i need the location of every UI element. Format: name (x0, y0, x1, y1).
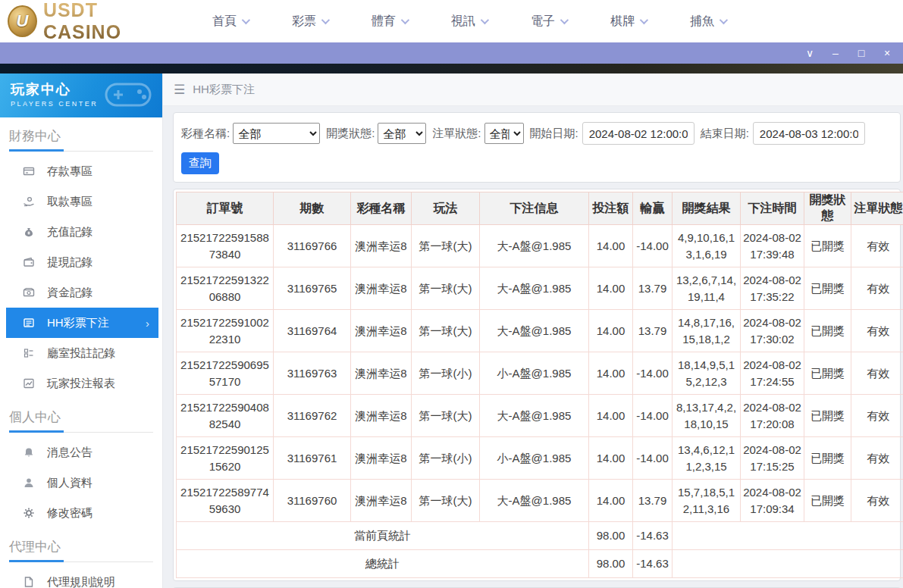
draw-status-select[interactable]: 全部 (378, 123, 426, 144)
table-cell: 31169764 (274, 310, 351, 352)
nav-item-sports[interactable]: 體育 (372, 14, 407, 30)
sidebar-item-agent-rules[interactable]: 代理規則說明 (0, 567, 162, 588)
table-cell: 第一球(小) (412, 437, 480, 480)
sidebar-item-player-bet-report[interactable]: 玩家投注報表 (0, 368, 162, 399)
sidebar-item-funds-record[interactable]: 資金記錄 (0, 277, 162, 308)
nav-item-boardgames[interactable]: 棋牌 (610, 14, 646, 30)
grand-total-bet: 98.00 (589, 550, 633, 578)
nav-item-live[interactable]: 視訊 (451, 14, 487, 30)
table-cell: 澳洲幸运8 (351, 437, 412, 480)
chevron-down-icon (481, 16, 489, 24)
table-cell: 第一球(大) (412, 480, 480, 522)
order-status-select[interactable]: 全部 (484, 123, 524, 144)
table-cell: 第一球(大) (412, 395, 480, 437)
nav-item-slots[interactable]: 電子 (531, 14, 566, 30)
table-cell: 2152172259132206880 (177, 267, 274, 310)
ticket-list-icon (23, 317, 35, 329)
table-row: 215217225915887384031169766澳洲幸运8第一球(大)大-… (177, 225, 903, 267)
table-cell: 14.00 (589, 352, 633, 395)
table-cell: 2152172259040882540 (177, 395, 274, 437)
sidebar-item-change-password[interactable]: 修改密碼 (0, 498, 162, 528)
section-divider (9, 149, 153, 152)
nav-item-home[interactable]: 首頁 (212, 14, 248, 30)
nav-label: 視訊 (451, 14, 475, 30)
main-navigation: 首頁 彩票 體育 視訊 電子 棋牌 捕魚 (212, 14, 726, 30)
sidebar-item-label: HH彩票下注 (47, 316, 109, 330)
sidebar-item-announcements[interactable]: 消息公告 (0, 437, 162, 468)
start-date-label: 開始日期: (530, 127, 578, 141)
table-cell: 已開獎 (804, 480, 851, 522)
grand-total-label: 總統計 (177, 550, 589, 578)
window-collapse-icon[interactable]: ∨ (804, 48, 815, 58)
sidebar-item-label: 存款專區 (47, 164, 92, 179)
table-cell: 已開獎 (804, 395, 851, 437)
page-title: HH彩票下注 (193, 83, 255, 97)
lottery-name-select[interactable]: 全部 (233, 123, 320, 144)
chevron-down-icon (560, 16, 569, 24)
start-date-input[interactable] (582, 122, 694, 145)
table-cell: 有效 (851, 225, 903, 267)
table-cell: 31169766 (274, 225, 351, 267)
nav-item-fishing[interactable]: 捕魚 (690, 14, 726, 30)
chevron-right-icon: › (146, 317, 149, 330)
current-page-stats-label: 當前頁統計 (177, 522, 589, 550)
section-title: 代理中心 (9, 538, 153, 555)
end-date-label: 結束日期: (701, 127, 749, 141)
table-cell: 有效 (851, 437, 903, 480)
empty-cell (673, 550, 903, 578)
nav-item-lottery[interactable]: 彩票 (292, 14, 328, 30)
grand-total-stats-row: 總統計 98.00 -14.63 (177, 550, 903, 578)
nav-label: 電子 (531, 14, 555, 30)
report-chart-icon (23, 377, 35, 389)
window-maximize-icon[interactable]: □ (856, 48, 867, 58)
table-cell: 2024-08-02 17:30:02 (741, 310, 804, 352)
column-header: 下注時間 (741, 192, 804, 225)
table-row: 215217225904088254031169762澳洲幸运8第一球(大)大-… (177, 395, 903, 437)
section-title: 財務中心 (9, 127, 153, 145)
table-cell: 13.79 (633, 480, 673, 522)
sidebar-section-personal: 個人中心 消息公告 個人資料 修改密碼 (0, 408, 162, 528)
table-cell: 31169760 (274, 480, 351, 522)
table-cell: 31169762 (274, 395, 351, 437)
sidebar-item-room-bet-record[interactable]: 廳室投註記錄 (0, 338, 162, 368)
sidebar-item-label: 取款專區 (47, 195, 92, 209)
sidebar-item-deposit[interactable]: 存款專區 (0, 156, 162, 186)
sidebar-item-recharge-record[interactable]: 充值記錄 (0, 217, 162, 247)
table-cell: 已開獎 (804, 267, 851, 310)
sidebar: 玩家中心 PLAYERS CENTER 財務中心 存款專區 取款專區 (0, 74, 163, 588)
end-date-input[interactable] (753, 122, 865, 145)
table-cell: 2024-08-02 17:15:25 (741, 437, 804, 480)
table-cell: 澳洲幸运8 (351, 395, 412, 437)
column-header: 投注額 (589, 192, 633, 225)
table-cell: 14.00 (589, 395, 633, 437)
table-cell: 14.00 (589, 437, 633, 480)
window-minimize-icon[interactable]: – (830, 48, 841, 58)
column-header: 彩種名稱 (351, 192, 412, 225)
table-cell: 14,8,17,16,15,18,1,2 (673, 310, 741, 352)
chevron-down-icon (640, 16, 648, 24)
table-cell: 有效 (851, 267, 903, 310)
table-cell: 有效 (851, 352, 903, 395)
table-row: 215217225906955717031169763澳洲幸运8第一球(小)小-… (177, 352, 903, 395)
sidebar-item-withdraw[interactable]: 取款專區 (0, 186, 162, 217)
hamburger-menu-icon[interactable]: ☰ (174, 82, 185, 98)
table-cell: 2152172259100222310 (177, 310, 274, 352)
query-button[interactable]: 查詢 (181, 152, 219, 174)
deposit-card-icon (23, 165, 35, 177)
sidebar-item-label: 個人資料 (47, 476, 92, 490)
table-cell: 31169761 (274, 437, 351, 480)
brand-logo[interactable]: U USDT CASINO (8, 0, 171, 43)
window-close-icon[interactable]: × (882, 48, 892, 58)
column-header: 下注信息 (480, 192, 589, 225)
table-cell: 14.00 (589, 267, 633, 310)
table-cell: 31169763 (274, 352, 351, 395)
table-cell: 大-A盤@1.985 (480, 310, 589, 352)
chevron-down-icon (321, 16, 330, 24)
sidebar-item-withdraw-record[interactable]: 提現記錄 (0, 247, 162, 277)
table-cell: 澳洲幸运8 (351, 225, 412, 267)
sidebar-item-hh-lottery-bets[interactable]: HH彩票下注 › (6, 308, 158, 338)
table-row: 215217225901251562031169761澳洲幸运8第一球(小)小-… (177, 437, 903, 480)
bell-icon (23, 446, 35, 458)
sidebar-item-profile[interactable]: 個人資料 (0, 468, 162, 498)
withdraw-hand-icon (23, 195, 35, 208)
